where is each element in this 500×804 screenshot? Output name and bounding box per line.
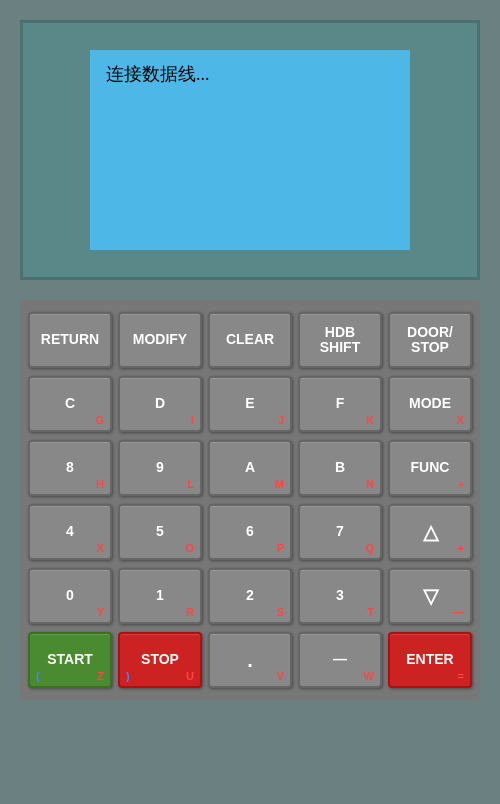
stop-button[interactable]: ) STOP U: [118, 632, 202, 688]
triangle-up-button[interactable]: △ +: [388, 504, 472, 560]
1-button[interactable]: 1 R: [118, 568, 202, 624]
0-button[interactable]: 0 Y: [28, 568, 112, 624]
b-button[interactable]: B N: [298, 440, 382, 496]
key-row-6: ( START Z ) STOP U . V — W ENTER =: [28, 632, 472, 688]
e-button[interactable]: E J: [208, 376, 292, 432]
keypad: RETURN MODIFY CLEAR HDB SHIFT DOOR/ STOP…: [20, 300, 480, 700]
key-row-1: RETURN MODIFY CLEAR HDB SHIFT DOOR/ STOP: [28, 312, 472, 368]
start-button[interactable]: ( START Z: [28, 632, 112, 688]
c-button[interactable]: C G: [28, 376, 112, 432]
6-button[interactable]: 6 P: [208, 504, 292, 560]
key-row-5: 0 Y 1 R 2 S 3 T ▽ —: [28, 568, 472, 624]
4-button[interactable]: 4 X: [28, 504, 112, 560]
func-button[interactable]: FUNC ÷: [388, 440, 472, 496]
modify-button[interactable]: MODIFY: [118, 312, 202, 368]
display-area: 连接数据线...: [20, 20, 480, 280]
8-button[interactable]: 8 H: [28, 440, 112, 496]
door-stop-button[interactable]: DOOR/ STOP: [388, 312, 472, 368]
hdb-shift-button[interactable]: HDB SHIFT: [298, 312, 382, 368]
clear-button[interactable]: CLEAR: [208, 312, 292, 368]
screen-text: 连接数据线...: [106, 62, 210, 86]
key-row-3: 8 H 9 L A M B N FUNC ÷: [28, 440, 472, 496]
enter-button[interactable]: ENTER =: [388, 632, 472, 688]
dash-button[interactable]: — W: [298, 632, 382, 688]
2-button[interactable]: 2 S: [208, 568, 292, 624]
7-button[interactable]: 7 Q: [298, 504, 382, 560]
d-button[interactable]: D I: [118, 376, 202, 432]
a-button[interactable]: A M: [208, 440, 292, 496]
key-row-2: C G D I E J F K MODE X: [28, 376, 472, 432]
5-button[interactable]: 5 O: [118, 504, 202, 560]
9-button[interactable]: 9 L: [118, 440, 202, 496]
triangle-down-button[interactable]: ▽ —: [388, 568, 472, 624]
key-row-4: 4 X 5 O 6 P 7 Q △ +: [28, 504, 472, 560]
screen: 连接数据线...: [90, 50, 410, 250]
f-button[interactable]: F K: [298, 376, 382, 432]
3-button[interactable]: 3 T: [298, 568, 382, 624]
return-button[interactable]: RETURN: [28, 312, 112, 368]
mode-button[interactable]: MODE X: [388, 376, 472, 432]
dot-button[interactable]: . V: [208, 632, 292, 688]
